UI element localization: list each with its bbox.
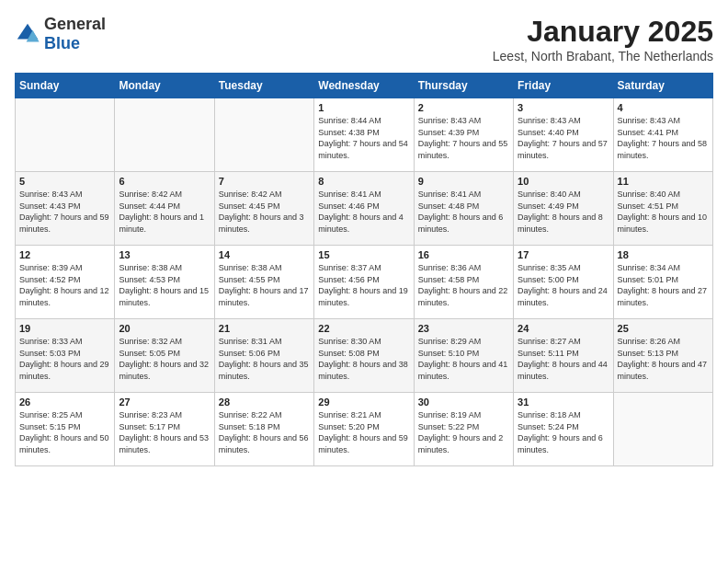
weekday-header: Wednesday [314,74,414,98]
day-info: Sunrise: 8:26 AM Sunset: 5:13 PM Dayligh… [618,336,709,382]
day-info: Sunrise: 8:41 AM Sunset: 4:46 PM Dayligh… [318,189,409,235]
day-info: Sunrise: 8:22 AM Sunset: 5:18 PM Dayligh… [219,409,310,455]
day-number: 19 [19,323,110,334]
calendar-cell: 21Sunrise: 8:31 AM Sunset: 5:06 PM Dayli… [214,319,313,393]
calendar-cell: 2Sunrise: 8:43 AM Sunset: 4:39 PM Daylig… [414,98,513,172]
day-number: 27 [119,396,210,408]
calendar-cell: 23Sunrise: 8:29 AM Sunset: 5:10 PM Dayli… [414,319,513,393]
calendar-cell: 10Sunrise: 8:40 AM Sunset: 4:49 PM Dayli… [514,172,613,246]
day-info: Sunrise: 8:40 AM Sunset: 4:49 PM Dayligh… [518,189,609,235]
day-info: Sunrise: 8:40 AM Sunset: 4:51 PM Dayligh… [618,189,709,235]
calendar-cell: 22Sunrise: 8:30 AM Sunset: 5:08 PM Dayli… [314,319,414,393]
day-number: 15 [318,249,409,260]
day-number: 20 [119,323,210,334]
calendar-cell [613,393,712,466]
logo-general: General [44,15,106,33]
calendar-week-row: 12Sunrise: 8:39 AM Sunset: 4:52 PM Dayli… [16,246,713,319]
day-info: Sunrise: 8:43 AM Sunset: 4:40 PM Dayligh… [518,115,609,161]
logo-icon [15,21,40,47]
day-info: Sunrise: 8:35 AM Sunset: 5:00 PM Dayligh… [518,262,609,308]
logo-text: General Blue [44,15,106,53]
day-info: Sunrise: 8:38 AM Sunset: 4:55 PM Dayligh… [219,262,310,308]
day-info: Sunrise: 8:33 AM Sunset: 5:03 PM Dayligh… [19,336,110,382]
title-area: January 2025 Leest, North Brabant, The N… [493,15,713,63]
weekday-header-row: SundayMondayTuesdayWednesdayThursdayFrid… [16,74,713,98]
day-number: 18 [618,249,709,260]
day-info: Sunrise: 8:23 AM Sunset: 5:17 PM Dayligh… [119,409,210,455]
day-info: Sunrise: 8:25 AM Sunset: 5:15 PM Dayligh… [19,409,110,455]
calendar-cell: 30Sunrise: 8:19 AM Sunset: 5:22 PM Dayli… [414,393,513,466]
day-info: Sunrise: 8:38 AM Sunset: 4:53 PM Dayligh… [119,262,210,308]
day-number: 31 [518,396,609,408]
day-number: 28 [219,396,310,408]
day-number: 4 [618,102,709,113]
calendar-cell: 17Sunrise: 8:35 AM Sunset: 5:00 PM Dayli… [514,246,613,319]
day-info: Sunrise: 8:43 AM Sunset: 4:43 PM Dayligh… [19,189,110,235]
day-number: 17 [518,249,609,260]
day-number: 9 [418,176,509,187]
day-number: 22 [318,323,409,334]
weekday-header: Monday [115,74,214,98]
calendar-cell: 12Sunrise: 8:39 AM Sunset: 4:52 PM Dayli… [16,246,115,319]
day-number: 30 [418,396,509,408]
logo-blue: Blue [44,34,80,52]
calendar-cell: 5Sunrise: 8:43 AM Sunset: 4:43 PM Daylig… [16,172,115,246]
calendar-table: SundayMondayTuesdayWednesdayThursdayFrid… [15,73,713,466]
day-number: 26 [19,396,110,408]
day-info: Sunrise: 8:32 AM Sunset: 5:05 PM Dayligh… [119,336,210,382]
day-number: 13 [119,249,210,260]
calendar-cell: 26Sunrise: 8:25 AM Sunset: 5:15 PM Dayli… [16,393,115,466]
calendar-cell: 15Sunrise: 8:37 AM Sunset: 4:56 PM Dayli… [314,246,414,319]
logo: General Blue [15,15,106,53]
day-info: Sunrise: 8:19 AM Sunset: 5:22 PM Dayligh… [418,409,509,455]
weekday-header: Saturday [613,74,712,98]
calendar-cell: 29Sunrise: 8:21 AM Sunset: 5:20 PM Dayli… [314,393,414,466]
day-number: 3 [518,102,609,113]
calendar-cell: 4Sunrise: 8:43 AM Sunset: 4:41 PM Daylig… [613,98,712,172]
weekday-header: Friday [514,74,613,98]
day-info: Sunrise: 8:42 AM Sunset: 4:44 PM Dayligh… [119,189,210,235]
calendar-cell: 6Sunrise: 8:42 AM Sunset: 4:44 PM Daylig… [115,172,214,246]
day-info: Sunrise: 8:30 AM Sunset: 5:08 PM Dayligh… [318,336,409,382]
day-info: Sunrise: 8:31 AM Sunset: 5:06 PM Dayligh… [219,336,310,382]
calendar-cell: 14Sunrise: 8:38 AM Sunset: 4:55 PM Dayli… [214,246,313,319]
day-number: 23 [418,323,509,334]
day-info: Sunrise: 8:44 AM Sunset: 4:38 PM Dayligh… [318,115,409,161]
calendar-week-row: 5Sunrise: 8:43 AM Sunset: 4:43 PM Daylig… [16,172,713,246]
calendar-week-row: 26Sunrise: 8:25 AM Sunset: 5:15 PM Dayli… [16,393,713,466]
day-info: Sunrise: 8:42 AM Sunset: 4:45 PM Dayligh… [219,189,310,235]
calendar-cell: 9Sunrise: 8:41 AM Sunset: 4:48 PM Daylig… [414,172,513,246]
calendar-cell: 20Sunrise: 8:32 AM Sunset: 5:05 PM Dayli… [115,319,214,393]
day-info: Sunrise: 8:34 AM Sunset: 5:01 PM Dayligh… [618,262,709,308]
calendar-cell: 1Sunrise: 8:44 AM Sunset: 4:38 PM Daylig… [314,98,414,172]
weekday-header: Thursday [414,74,513,98]
day-number: 21 [219,323,310,334]
day-number: 14 [219,249,310,260]
calendar-cell: 8Sunrise: 8:41 AM Sunset: 4:46 PM Daylig… [314,172,414,246]
day-info: Sunrise: 8:41 AM Sunset: 4:48 PM Dayligh… [418,189,509,235]
day-info: Sunrise: 8:37 AM Sunset: 4:56 PM Dayligh… [318,262,409,308]
calendar-cell: 24Sunrise: 8:27 AM Sunset: 5:11 PM Dayli… [514,319,613,393]
header: General Blue January 2025 Leest, North B… [15,15,713,63]
calendar-cell: 18Sunrise: 8:34 AM Sunset: 5:01 PM Dayli… [613,246,712,319]
day-info: Sunrise: 8:36 AM Sunset: 4:58 PM Dayligh… [418,262,509,308]
calendar-cell: 27Sunrise: 8:23 AM Sunset: 5:17 PM Dayli… [115,393,214,466]
calendar-week-row: 1Sunrise: 8:44 AM Sunset: 4:38 PM Daylig… [16,98,713,172]
weekday-header: Tuesday [214,74,313,98]
day-info: Sunrise: 8:18 AM Sunset: 5:24 PM Dayligh… [518,409,609,455]
calendar-cell [115,98,214,172]
day-number: 24 [518,323,609,334]
calendar-subtitle: Leest, North Brabant, The Netherlands [493,49,713,63]
day-number: 2 [418,102,509,113]
day-number: 16 [418,249,509,260]
calendar-cell: 13Sunrise: 8:38 AM Sunset: 4:53 PM Dayli… [115,246,214,319]
day-info: Sunrise: 8:43 AM Sunset: 4:41 PM Dayligh… [618,115,709,161]
day-number: 10 [518,176,609,187]
calendar-cell: 31Sunrise: 8:18 AM Sunset: 5:24 PM Dayli… [514,393,613,466]
calendar-cell: 11Sunrise: 8:40 AM Sunset: 4:51 PM Dayli… [613,172,712,246]
calendar-cell: 19Sunrise: 8:33 AM Sunset: 5:03 PM Dayli… [16,319,115,393]
calendar-title: January 2025 [493,15,713,49]
day-number: 25 [618,323,709,334]
day-number: 11 [618,176,709,187]
day-number: 12 [19,249,110,260]
